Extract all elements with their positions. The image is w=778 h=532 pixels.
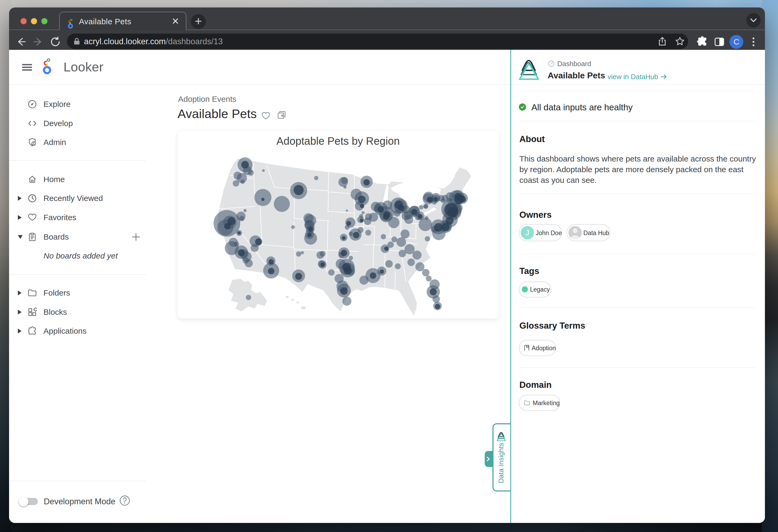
svg-text:Adoptable Pets by Region: Adoptable Pets by Region [277,135,400,147]
